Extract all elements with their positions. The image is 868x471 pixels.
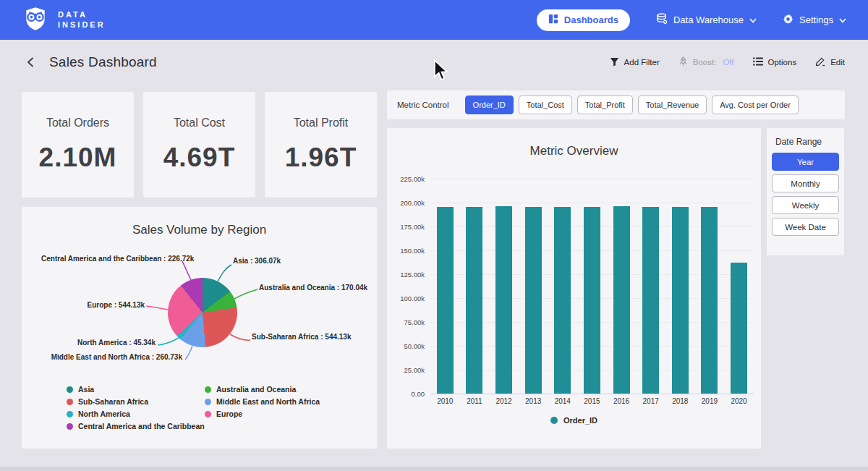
date-range-option-button[interactable]: Weekly — [772, 196, 839, 214]
date-range-buttons: YearMonthlyWeeklyWeek Date — [772, 153, 839, 236]
bar-2014[interactable] — [554, 207, 571, 394]
dashboards-button[interactable]: Dashboards — [537, 9, 630, 31]
legend-dot — [67, 423, 73, 430]
kpi-value: 2.10M — [39, 143, 117, 173]
bottom-strip — [0, 467, 868, 471]
kpi-card-total-cost: Total Cost 4.69T — [143, 92, 255, 198]
x-axis-tick-label: 2010 — [434, 397, 456, 405]
options-list-icon — [753, 57, 763, 67]
x-axis-tick-label: 2016 — [610, 397, 632, 405]
bar-2016[interactable] — [613, 206, 630, 394]
pie-slice-label: North America : 45.34k — [22, 339, 156, 347]
pie-legend-label: Asia — [78, 385, 94, 394]
pie-legend-item[interactable]: Asia — [67, 385, 94, 394]
bar-legend-label: Order_ID — [563, 416, 597, 425]
kpi-label: Total Cost — [174, 116, 225, 130]
pie-legend-item[interactable]: Sub-Saharan Africa — [67, 397, 148, 406]
x-axis-tick-label: 2015 — [581, 397, 603, 405]
y-axis-tick-label: 150.00k — [390, 247, 425, 255]
metric-option-button[interactable]: Total_Revenue — [638, 96, 707, 114]
bars-container — [430, 179, 754, 394]
pie-legend-item[interactable]: Europe — [205, 410, 242, 418]
metric-option-button[interactable]: Total_Profit — [577, 96, 633, 114]
y-axis-tick-label: 100.00k — [390, 294, 425, 302]
screen: DATA INSIDER Dashboards — [0, 0, 868, 471]
date-range-option-button[interactable]: Monthly — [772, 174, 839, 192]
bar-2011[interactable] — [466, 207, 482, 394]
kpi-label: Total Orders — [46, 116, 109, 130]
pie-slice-label: Sub-Saharan Africa : 544.13k — [252, 333, 351, 341]
add-filter-button[interactable]: Add Filter — [610, 57, 660, 68]
x-axis-tick-label: 2019 — [699, 397, 720, 405]
data-warehouse-menu[interactable]: Data Warehouse — [656, 13, 757, 27]
bar-2012[interactable] — [495, 206, 512, 394]
pencil-icon — [815, 56, 825, 68]
kpi-row: Total Orders 2.10M Total Cost 4.69T Tota… — [22, 92, 377, 198]
legend-dot — [67, 386, 73, 393]
back-button[interactable] — [23, 54, 38, 71]
brand-line1: DATA — [58, 11, 106, 19]
dashboard-grid-icon — [548, 14, 558, 26]
pie-slice-label: Middle East and North Africa : 260.73k — [22, 353, 182, 361]
kpi-value: 1.96T — [285, 143, 357, 173]
pie-legend-label: Australia and Oceania — [216, 385, 296, 394]
metric-option-button[interactable]: Avg. Cost per Order — [712, 96, 799, 114]
pie-legend-item[interactable]: Australia and Oceania — [205, 385, 296, 394]
kpi-label: Total Profit — [294, 116, 349, 130]
boost-toggle[interactable]: Boost: Off — [678, 56, 734, 68]
metric-control-label: Metric Control — [397, 101, 449, 109]
legend-dot — [205, 386, 211, 393]
boost-status: Off — [723, 58, 733, 67]
bar-2015[interactable] — [584, 207, 600, 394]
pie-chart-title: Sales Volume by Region — [22, 223, 377, 237]
bar-2018[interactable] — [672, 207, 689, 394]
bar-2013[interactable] — [525, 207, 542, 394]
date-range-option-button[interactable]: Week Date — [772, 218, 839, 236]
metric-option-button[interactable]: Order_ID — [465, 96, 514, 114]
metric-control-bar: Metric Control Order_IDTotal_CostTotal_P… — [387, 90, 845, 119]
brand-line2: INSIDER — [58, 21, 106, 29]
y-axis-tick-label: 175.00k — [390, 223, 425, 231]
legend-dot — [67, 411, 73, 417]
settings-menu[interactable]: Settings — [783, 14, 846, 27]
pie-legend-label: North America — [78, 410, 130, 418]
legend-dot — [205, 411, 211, 417]
pie-legend-label: Middle East and North Africa — [216, 397, 320, 406]
date-range-panel: Date Range YearMonthlyWeeklyWeek Date — [767, 128, 844, 255]
x-axis-tick-label: 2012 — [493, 397, 515, 405]
bar-2010[interactable] — [437, 207, 454, 394]
kpi-card-total-orders: Total Orders 2.10M — [22, 92, 134, 198]
bar-2017[interactable] — [642, 207, 659, 394]
pie-slice-label: Australia and Oceania : 170.04k — [259, 284, 367, 292]
kpi-card-total-profit: Total Profit 1.96T — [265, 92, 377, 198]
y-axis-tick-label: 25.00k — [390, 366, 425, 374]
database-icon — [656, 13, 668, 27]
pie-legend-item[interactable]: Central America and the Caribbean — [67, 422, 205, 430]
x-axis-tick-label: 2014 — [552, 397, 574, 405]
y-axis-tick-label: 75.00k — [390, 318, 425, 326]
date-range-option-button[interactable]: Year — [772, 153, 839, 171]
pie-slice-label: Central America and the Caribbean : 226.… — [41, 255, 194, 263]
chevron-down-icon — [749, 14, 757, 25]
bar-chart-x-axis: 2010201120122013201420152016201720182019… — [430, 397, 754, 405]
rocket-icon — [678, 56, 688, 68]
metric-option-button[interactable]: Total_Cost — [519, 96, 572, 114]
x-axis-tick-label: 2013 — [522, 397, 544, 405]
pie-chart-panel: Sales Volume by Region Asia : 306.07kAus… — [22, 207, 377, 449]
metric-buttons: Order_IDTotal_CostTotal_ProfitTotal_Reve… — [465, 96, 799, 114]
kpi-value: 4.69T — [163, 143, 236, 173]
legend-dot — [205, 399, 211, 405]
x-axis-tick-label: 2011 — [464, 397, 485, 405]
y-axis-tick-label: 50.00k — [390, 342, 425, 350]
pie-legend-item[interactable]: Middle East and North Africa — [205, 397, 320, 406]
pie-legend-item[interactable]: North America — [67, 410, 130, 418]
edit-button[interactable]: Edit — [815, 56, 845, 68]
pie-chart[interactable] — [168, 278, 237, 347]
bar-chart-legend[interactable]: Order_ID — [387, 416, 761, 425]
brand-logo[interactable]: DATA INSIDER — [22, 5, 106, 35]
x-axis-tick-label: 2018 — [669, 397, 691, 405]
bar-chart-plot: 225.00k200.00k175.00k150.00k125.00k100.0… — [430, 179, 754, 394]
bar-2019[interactable] — [701, 207, 718, 394]
bar-2020[interactable] — [731, 263, 747, 394]
options-button[interactable]: Options — [753, 57, 797, 67]
